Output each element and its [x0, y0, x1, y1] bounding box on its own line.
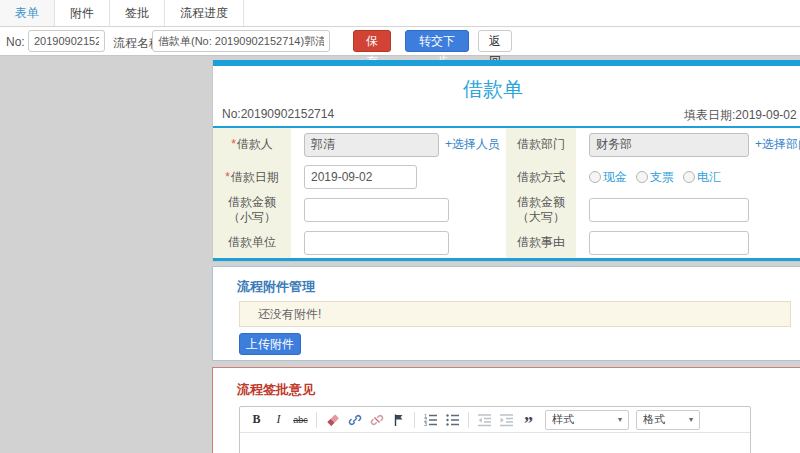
process-name-input[interactable]: [152, 30, 330, 52]
outdent-icon[interactable]: [475, 410, 494, 430]
loan-reason-input[interactable]: [589, 231, 749, 255]
back-button[interactable]: 返回: [478, 30, 512, 52]
link-icon[interactable]: [345, 410, 364, 430]
form-fill-date: 填表日期:2019-09-02 15:27:1: [684, 107, 800, 124]
loan-unit-label: 借款单位: [213, 227, 291, 258]
strikethrough-icon[interactable]: abc: [291, 410, 310, 430]
amount-small-label: 借款金额（小写）: [213, 193, 291, 227]
indent-icon[interactable]: [497, 410, 516, 430]
dept-label: 借款部门: [506, 128, 576, 161]
editor-content-area[interactable]: [240, 433, 750, 453]
next-step-button[interactable]: 转交下一步: [405, 30, 469, 52]
command-bar: No: 流程名称: 保存 转交下一步 返回: [0, 27, 800, 56]
anchor-flag-icon[interactable]: [389, 410, 408, 430]
svg-text:3: 3: [424, 421, 427, 427]
bulleted-list-icon[interactable]: [443, 410, 462, 430]
form-title: 借款单: [213, 66, 773, 104]
save-button[interactable]: 保存: [353, 30, 391, 52]
loan-unit-input[interactable]: [304, 231, 449, 255]
loan-form-grid: *借款人 +选择人员 借款部门 +选择部门 *借款日期 借款方式 现金 支票 电…: [213, 128, 800, 258]
radio-cash[interactable]: 现金: [589, 169, 627, 186]
form-meta-row: No:20190902152714 填表日期:2019-09-02 15:27:…: [213, 104, 800, 126]
attachments-panel: 流程附件管理 还没有附件! 上传附件: [212, 266, 800, 361]
amount-big-input[interactable]: [589, 198, 749, 222]
chevron-down-icon: ▾: [618, 415, 622, 424]
radio-wire[interactable]: 电汇: [683, 169, 721, 186]
form-number: No:20190902152714: [222, 107, 334, 121]
numbered-list-icon[interactable]: 123: [421, 410, 440, 430]
toolbar-separator: [316, 412, 317, 428]
tab-approval[interactable]: 签批: [110, 0, 165, 26]
blue-divider-bottom: [213, 258, 800, 261]
attachments-title: 流程附件管理: [237, 278, 315, 296]
select-dept-link[interactable]: +选择部门: [755, 136, 800, 153]
loan-reason-label: 借款事由: [506, 227, 576, 258]
blockquote-icon[interactable]: ”: [519, 410, 538, 430]
unlink-icon[interactable]: [367, 410, 386, 430]
amount-big-label: 借款金额（大写）: [506, 193, 576, 227]
radio-circle-icon[interactable]: [589, 171, 601, 183]
radio-circle-icon[interactable]: [636, 171, 648, 183]
no-input[interactable]: [28, 30, 105, 52]
toolbar-separator: [414, 412, 415, 428]
loan-date-input[interactable]: [304, 165, 417, 189]
tab-bar: 表单 附件 签批 流程进度: [0, 0, 800, 27]
no-attachments-message: 还没有附件!: [239, 301, 791, 327]
radio-cheque[interactable]: 支票: [636, 169, 674, 186]
tab-process-progress[interactable]: 流程进度: [165, 0, 244, 26]
approval-panel: 流程签批意见 B I abc 123: [212, 367, 800, 453]
remove-format-icon[interactable]: [323, 410, 342, 430]
select-person-link[interactable]: +选择人员: [445, 136, 500, 153]
italic-icon[interactable]: I: [269, 410, 288, 430]
format-dropdown[interactable]: 格式 ▾: [636, 410, 700, 430]
amount-small-input[interactable]: [304, 198, 449, 222]
rich-text-editor: B I abc 123: [239, 406, 751, 453]
chevron-down-icon: ▾: [689, 415, 693, 424]
no-label: No:: [6, 35, 25, 49]
approval-title: 流程签批意见: [237, 381, 315, 399]
borrower-input[interactable]: [304, 133, 439, 157]
styles-dropdown[interactable]: 样式 ▾: [545, 410, 629, 430]
toolbar-separator: [468, 412, 469, 428]
loan-method-radio-group: 现金 支票 电汇: [589, 169, 721, 186]
editor-toolbar: B I abc 123: [240, 407, 750, 433]
upload-attachment-button[interactable]: 上传附件: [239, 333, 301, 355]
tab-attachments[interactable]: 附件: [55, 0, 110, 26]
loan-date-label: *借款日期: [213, 161, 291, 193]
bold-icon[interactable]: B: [247, 410, 266, 430]
tab-form[interactable]: 表单: [0, 0, 55, 26]
radio-circle-icon[interactable]: [683, 171, 695, 183]
dept-input[interactable]: [589, 133, 749, 157]
borrower-label: *借款人: [213, 128, 291, 161]
loan-form-panel: 借款单 No:20190902152714 填表日期:2019-09-02 15…: [212, 60, 800, 262]
loan-method-label: 借款方式: [506, 161, 576, 193]
